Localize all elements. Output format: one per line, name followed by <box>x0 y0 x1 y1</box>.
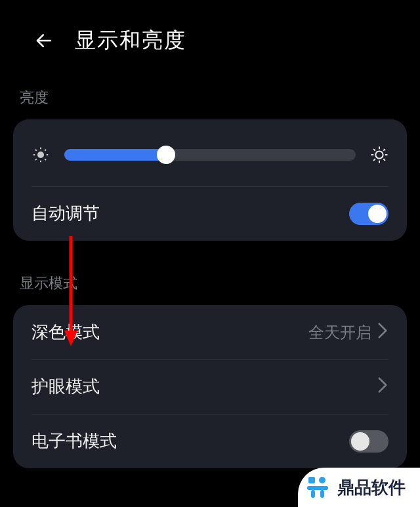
eye-care-row[interactable]: 护眼模式 <box>13 359 407 414</box>
chevron-right-icon <box>377 322 388 343</box>
svg-line-18 <box>383 149 385 151</box>
svg-rect-23 <box>307 486 328 490</box>
svg-rect-22 <box>319 477 326 483</box>
ebook-mode-label: 电子书模式 <box>32 430 117 453</box>
brightness-slider[interactable] <box>64 149 356 161</box>
dark-mode-label: 深色模式 <box>32 321 100 344</box>
ebook-mode-row[interactable]: 电子书模式 <box>13 414 407 468</box>
svg-line-8 <box>35 159 37 160</box>
svg-line-16 <box>383 159 385 161</box>
section-label-display-mode: 显示模式 <box>0 260 420 305</box>
svg-rect-24 <box>311 490 315 498</box>
svg-rect-25 <box>320 490 324 498</box>
display-mode-card: 深色模式 全天开启 护眼模式 电子书模式 <box>13 305 407 468</box>
svg-line-15 <box>373 149 375 151</box>
watermark-text: 鼎品软件 <box>337 476 406 499</box>
svg-rect-21 <box>308 477 315 483</box>
header: 显示和亮度 <box>0 0 420 75</box>
sun-high-icon <box>369 144 390 165</box>
brightness-slider-row <box>13 119 407 186</box>
chevron-right-icon <box>377 376 388 397</box>
section-label-brightness: 亮度 <box>0 75 420 119</box>
svg-line-9 <box>45 150 46 151</box>
brightness-card: 自动调节 <box>13 119 407 241</box>
dark-mode-value: 全天开启 <box>308 322 388 343</box>
auto-brightness-row[interactable]: 自动调节 <box>13 186 407 241</box>
svg-line-6 <box>35 150 37 151</box>
ebook-mode-toggle[interactable] <box>349 430 388 453</box>
auto-brightness-toggle[interactable] <box>349 203 388 225</box>
svg-line-17 <box>373 159 375 161</box>
eye-care-chevron <box>377 376 388 397</box>
svg-point-1 <box>37 152 44 158</box>
watermark-logo-icon <box>303 473 332 502</box>
back-arrow-icon[interactable] <box>33 30 55 52</box>
auto-brightness-label: 自动调节 <box>32 202 100 225</box>
svg-line-7 <box>45 159 46 160</box>
watermark: 鼎品软件 <box>298 468 420 507</box>
svg-point-10 <box>375 151 383 158</box>
eye-care-label: 护眼模式 <box>32 375 100 398</box>
dark-mode-row[interactable]: 深色模式 全天开启 <box>13 305 407 359</box>
sun-low-icon <box>30 144 51 165</box>
page-title: 显示和亮度 <box>75 26 186 55</box>
slider-thumb[interactable] <box>157 146 175 164</box>
